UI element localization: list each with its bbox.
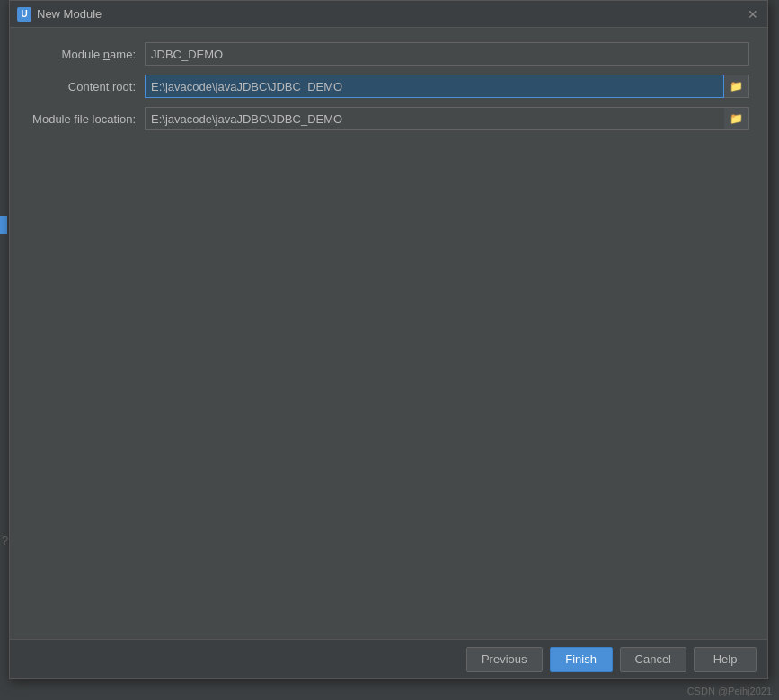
module-file-browse-button[interactable]: 📁 bbox=[724, 107, 749, 130]
module-name-input[interactable] bbox=[145, 42, 749, 66]
dialog-form: Module name: Content root: 📁 Module file… bbox=[10, 28, 767, 154]
close-button[interactable]: ✕ bbox=[746, 7, 760, 22]
watermark: CSDN @Peihj2021 bbox=[687, 686, 772, 696]
content-root-input[interactable] bbox=[145, 75, 724, 98]
title-bar-left: U New Module bbox=[17, 7, 102, 22]
cancel-button[interactable]: Cancel bbox=[620, 647, 686, 672]
finish-button[interactable]: Finish bbox=[550, 647, 613, 672]
module-file-location-input-wrapper: 📁 bbox=[145, 107, 749, 130]
module-file-location-input[interactable] bbox=[145, 107, 724, 130]
module-name-row: Module name: bbox=[28, 42, 749, 66]
content-root-browse-button[interactable]: 📁 bbox=[724, 75, 749, 98]
help-button[interactable]: Help bbox=[694, 647, 757, 672]
module-file-location-label: Module file location: bbox=[28, 112, 145, 126]
dialog-footer: Previous Finish Cancel Help bbox=[10, 639, 767, 678]
question-mark-icon: ? bbox=[2, 534, 8, 547]
dialog-icon: U bbox=[17, 7, 31, 22]
folder-icon: 📁 bbox=[730, 80, 743, 93]
module-name-input-wrapper bbox=[145, 42, 749, 66]
title-bar: U New Module ✕ bbox=[10, 1, 767, 28]
dialog-body bbox=[10, 154, 767, 639]
dialog-title: New Module bbox=[37, 7, 102, 21]
folder-icon-2: 📁 bbox=[730, 112, 743, 125]
content-root-label: Content root: bbox=[28, 80, 145, 93]
new-module-dialog: U New Module ✕ Module name: Content root… bbox=[9, 0, 768, 679]
content-root-row: Content root: 📁 bbox=[28, 75, 749, 98]
previous-button[interactable]: Previous bbox=[466, 647, 543, 672]
module-name-label: Module name: bbox=[28, 48, 145, 61]
left-indicator bbox=[0, 216, 7, 234]
module-file-location-row: Module file location: 📁 bbox=[28, 107, 749, 130]
content-root-input-wrapper: 📁 bbox=[145, 75, 749, 98]
